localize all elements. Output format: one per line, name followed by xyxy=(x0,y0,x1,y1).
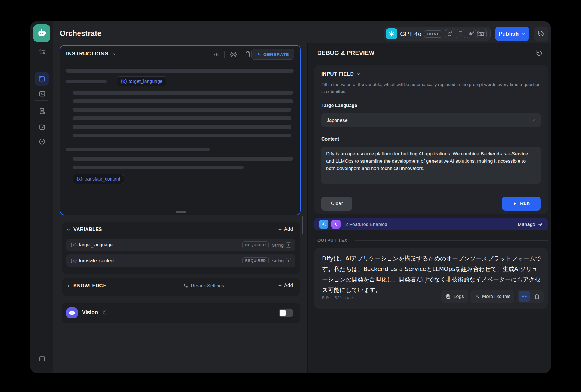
vision-feature-icon xyxy=(66,307,78,318)
rerank-settings-button[interactable]: Rerank Settings xyxy=(183,283,224,288)
sidebar-item-logs[interactable] xyxy=(38,107,46,115)
sidebar-item-annotation[interactable] xyxy=(38,123,46,131)
publish-label: Publish xyxy=(499,31,519,37)
more-like-this-button[interactable]: More like this xyxy=(470,290,514,303)
left-panel-scrollbar[interactable] xyxy=(302,216,303,234)
header-divider xyxy=(490,30,491,37)
rerank-sliders-icon xyxy=(183,283,188,288)
variable-token: {x} xyxy=(71,258,77,263)
knowledge-header[interactable]: KNOWLEDGE xyxy=(66,283,106,288)
input-field-header[interactable]: INPUT FIELD xyxy=(321,71,361,77)
add-label: Add xyxy=(284,283,293,288)
content-label: Content xyxy=(321,136,339,142)
skeleton-line xyxy=(66,80,107,83)
skeleton-line xyxy=(73,108,291,112)
manage-label: Manage xyxy=(518,222,535,227)
orchestrate-window-icon xyxy=(38,75,46,83)
chevron-down-icon xyxy=(356,72,361,76)
instructions-editor[interactable]: INSTRUCTIONS ? 78 {x} GENERATE {x} targe… xyxy=(60,45,301,215)
textarea-resize-handle[interactable] xyxy=(535,178,539,182)
app-window: Orchestrate GPT-4o CHAT Publish xyxy=(30,21,551,373)
output-divider xyxy=(355,240,548,241)
history-button[interactable] xyxy=(534,27,548,41)
skeleton-line xyxy=(73,134,291,137)
variable-chip-target-language[interactable]: {x} target_language xyxy=(117,76,166,86)
variable-name: target_language xyxy=(79,242,113,248)
sidebar-divider xyxy=(35,62,48,62)
variables-header[interactable]: VARIABLES xyxy=(66,227,102,232)
generate-button[interactable]: GENERATE xyxy=(251,49,294,60)
run-label: Run xyxy=(520,201,530,206)
manage-features-button[interactable]: Manage xyxy=(518,222,543,227)
variable-row[interactable]: {x} translate_content REQUIRED String T xyxy=(66,254,295,267)
copy-prompt-button[interactable] xyxy=(244,51,251,58)
insert-variable-button[interactable]: {x} xyxy=(230,51,237,57)
content-textarea[interactable]: Dify is an open-source platform for buil… xyxy=(321,147,541,184)
input-field-description: Fill in the value of the variable, which… xyxy=(321,81,541,95)
history-icon xyxy=(538,30,545,37)
variables-title: VARIABLES xyxy=(74,227,102,232)
chevron-down-icon xyxy=(531,118,536,123)
reset-button[interactable] xyxy=(536,50,543,57)
resize-drag-handle[interactable] xyxy=(176,211,186,213)
vision-panel: Vision ? xyxy=(62,303,300,323)
app-logo[interactable] xyxy=(33,24,50,42)
sidebar-item-monitoring[interactable] xyxy=(38,138,46,145)
collapse-panel-icon[interactable] xyxy=(38,355,46,363)
rerank-label: Rerank Settings xyxy=(191,283,224,288)
vision-title: Vision xyxy=(82,309,98,316)
vision-toggle[interactable] xyxy=(279,309,293,317)
logs-button[interactable]: Logs xyxy=(441,290,468,303)
output-text-label: OUTPUT TEXT xyxy=(317,238,351,243)
text-to-speech-button[interactable] xyxy=(519,291,530,302)
document-capability-icon xyxy=(456,29,465,38)
page-title: Orchestrate xyxy=(60,29,102,38)
logs-label: Logs xyxy=(454,294,464,299)
add-knowledge-button[interactable]: Add xyxy=(278,283,293,288)
clipboard-icon xyxy=(534,293,540,300)
variable-chip-label: translate_content xyxy=(84,176,120,182)
sidebar-item-terminal[interactable] xyxy=(38,90,46,97)
sidebar-divider xyxy=(35,133,48,133)
refresh-icon xyxy=(536,50,543,57)
variable-type: String xyxy=(272,243,284,248)
image-capability-icon xyxy=(445,29,454,38)
logs-icon xyxy=(445,294,451,299)
variable-chip-translate-content[interactable]: {x} translate_content xyxy=(73,174,124,184)
knowledge-title: KNOWLEDGE xyxy=(74,283,106,288)
debug-preview-panel: DEBUG & PREVIEW INPUT FIELD Fill in the … xyxy=(307,43,551,373)
model-parameters-button[interactable] xyxy=(473,27,486,41)
word-count: 78 xyxy=(213,52,219,58)
clear-button[interactable]: Clear xyxy=(321,197,352,211)
string-type-icon[interactable]: T xyxy=(286,242,291,248)
chevron-down-icon xyxy=(66,228,71,232)
audio-copy-group xyxy=(517,290,544,303)
features-enabled-bar[interactable]: 2 Features Enabled Manage xyxy=(314,218,548,230)
settings-sliders-icon[interactable] xyxy=(38,48,46,55)
variable-token: {x} xyxy=(71,242,77,248)
output-meta: 5.6s · 321 chars xyxy=(322,295,354,300)
skeleton-line xyxy=(73,166,244,169)
string-type-icon[interactable]: T xyxy=(286,258,291,263)
variable-row[interactable]: {x} target_language REQUIRED String T xyxy=(66,239,295,251)
skeleton-line xyxy=(73,116,291,120)
add-label: Add xyxy=(284,226,293,232)
language-select[interactable]: Japanese xyxy=(321,113,541,127)
language-value: Japanese xyxy=(327,118,348,123)
add-variable-button[interactable]: Add xyxy=(278,226,293,232)
input-field-title: INPUT FIELD xyxy=(321,71,354,77)
variable-token: {x} xyxy=(121,79,127,84)
logs-document-icon xyxy=(38,108,46,115)
sidebar-divider xyxy=(35,100,48,101)
help-icon[interactable]: ? xyxy=(101,310,106,315)
terminal-icon xyxy=(38,90,46,97)
generate-label: GENERATE xyxy=(263,52,289,57)
run-button[interactable]: Run xyxy=(502,197,541,211)
model-name: GPT-4o xyxy=(400,30,421,37)
annotation-edit-icon xyxy=(38,123,46,131)
help-icon[interactable]: ? xyxy=(112,52,117,57)
publish-button[interactable]: Publish xyxy=(495,27,529,41)
play-icon xyxy=(513,202,517,206)
copy-output-button[interactable] xyxy=(532,291,542,302)
sidebar-item-orchestrate[interactable] xyxy=(35,72,49,86)
